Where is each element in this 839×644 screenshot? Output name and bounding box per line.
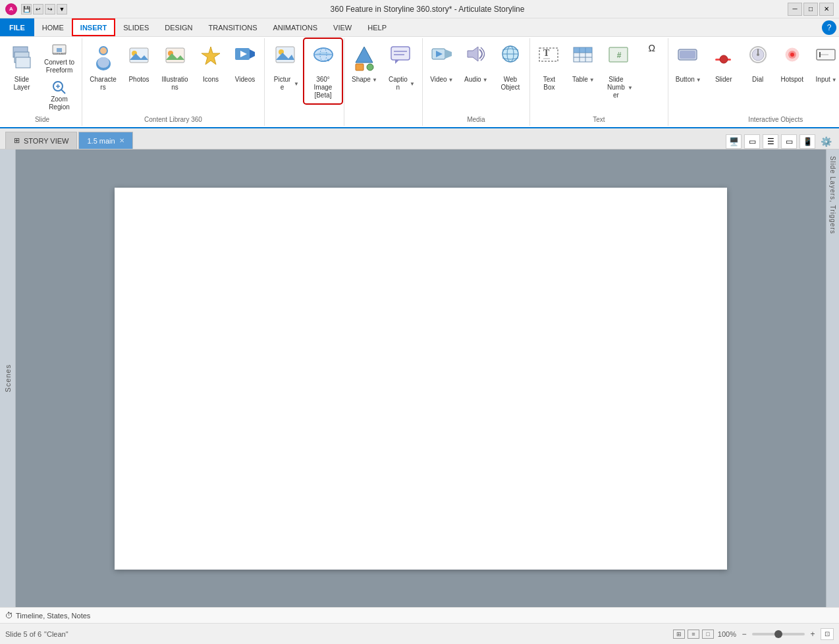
timeline-icon: ⏱ — [5, 611, 13, 620]
menu-transitions[interactable]: TRANSITIONS — [201, 18, 265, 36]
tab-story-view[interactable]: ⊞ STORY VIEW — [5, 132, 77, 149]
shapes-group-label — [347, 122, 420, 124]
slider-button[interactable]: Slider — [707, 40, 740, 87]
dial-button[interactable]: Dial — [742, 40, 774, 87]
svg-text:T: T — [543, 48, 550, 58]
illustrations-button[interactable]: Illustrations — [157, 40, 193, 95]
icons-button[interactable]: Icons — [194, 40, 227, 87]
slide-layer-label: SlideLayer — [13, 76, 30, 92]
video-icon — [430, 43, 454, 74]
story-icon[interactable]: □ — [702, 630, 714, 639]
audio-button[interactable]: Audio ▼ — [460, 40, 493, 87]
360-image-button[interactable]: 360° Image[Beta] — [305, 40, 341, 103]
tab-main[interactable]: 1.5 main ✕ — [78, 132, 132, 149]
svg-rect-30 — [391, 47, 410, 60]
menu-insert[interactable]: INSERT — [72, 18, 115, 36]
picture-button[interactable]: Picture ▼ — [267, 40, 304, 95]
menu-home[interactable]: HOME — [34, 18, 72, 36]
fit-screen-button[interactable]: ⊡ — [821, 628, 834, 640]
zoom-out-button[interactable]: − — [739, 629, 749, 639]
svg-line-6 — [61, 90, 65, 94]
photos-button[interactable]: Photos — [122, 40, 155, 87]
interactive-objects-label: Interactive Objects — [671, 115, 839, 124]
view-split-button[interactable]: ▭ — [781, 134, 797, 149]
web-object-button[interactable]: WebObject — [494, 40, 527, 95]
omega-button[interactable]: Ω — [639, 40, 665, 57]
status-clean: "Clean" — [44, 630, 68, 638]
slider-label: Slider — [715, 76, 732, 84]
menu-help[interactable]: HELP — [360, 18, 394, 36]
zoom-region-label: ZoomRegion — [49, 95, 70, 111]
photos-icon — [127, 43, 151, 74]
video-button[interactable]: Video ▼ — [425, 40, 458, 87]
zoom-region-icon — [51, 80, 67, 94]
slide-number-arrow: ▼ — [628, 85, 633, 91]
icons-icon — [199, 43, 223, 74]
caption-button[interactable]: Caption ▼ — [383, 40, 420, 95]
shape-label: Shape — [352, 76, 371, 84]
table-button[interactable]: Table ▼ — [567, 40, 600, 87]
hotspot-button[interactable]: Hotspot — [776, 40, 809, 87]
status-right: ⊞ ≡ □ 100% − + ⊡ — [673, 628, 834, 640]
zoom-slider[interactable] — [752, 633, 805, 635]
input-button[interactable]: Input ▼ — [810, 40, 839, 87]
text-group-label: Text — [533, 115, 665, 124]
minimize-button[interactable]: ─ — [788, 3, 802, 16]
text-box-button[interactable]: T TextBox — [533, 40, 566, 95]
view-slide-button[interactable]: ▭ — [744, 134, 760, 149]
menu-view[interactable]: VIEW — [325, 18, 360, 36]
help-icon[interactable]: ? — [822, 20, 836, 35]
characters-button[interactable]: Characters — [85, 40, 121, 95]
svg-rect-21 — [276, 47, 294, 63]
view-list-button[interactable]: ☰ — [763, 134, 778, 149]
ribbon-group-slide: SlideLayer convert Convert toFreeform — [3, 38, 82, 126]
svg-rect-28 — [356, 64, 364, 70]
menu-animations[interactable]: ANIMATIONS — [265, 18, 325, 36]
omega-icon: Ω — [645, 42, 659, 54]
text-box-icon: T — [537, 43, 561, 74]
menu-file[interactable]: FILE — [0, 18, 34, 36]
convert-freeform-button[interactable]: convert Convert toFreeform — [40, 41, 79, 76]
window-controls[interactable]: ─ □ ✕ — [788, 3, 834, 16]
videos-button[interactable]: Videos — [229, 40, 261, 87]
caption-arrow: ▼ — [410, 81, 415, 87]
ribbon-group-images: Picture ▼ 360° Image[Beta] — [265, 38, 344, 126]
grid-view-icon[interactable]: ⊞ — [673, 630, 685, 639]
timeline-bar[interactable]: ⏱ Timeline, States, Notes — [0, 607, 839, 623]
list-view-icon[interactable]: ≡ — [688, 630, 699, 639]
zoom-in-button[interactable]: + — [807, 629, 818, 639]
button-button[interactable]: Button ▼ — [671, 40, 706, 87]
web-object-icon — [499, 43, 522, 74]
characters-label: Characters — [90, 76, 117, 92]
main-area: Scenes Slide Layers, Triggers — [0, 149, 839, 607]
quick-access-dropdown[interactable]: ▼ — [57, 4, 67, 14]
slide-layer-button[interactable]: SlideLayer — [5, 40, 38, 95]
status-bar: Slide 5 of 6 "Clean" ⊞ ≡ □ 100% − + ⊡ — [0, 623, 839, 644]
redo-button[interactable]: ↪ — [45, 4, 55, 14]
maximize-button[interactable]: □ — [803, 3, 818, 16]
media-group-items: Video ▼ Audio ▼ — [425, 40, 527, 113]
zoom-thumb[interactable] — [774, 630, 782, 638]
menu-design[interactable]: DESIGN — [157, 18, 200, 36]
slide-area[interactable] — [16, 149, 826, 607]
shape-button[interactable]: Shape ▼ — [347, 40, 382, 87]
svg-text:convert: convert — [53, 51, 66, 55]
undo-button[interactable]: ↩ — [33, 4, 43, 14]
settings-button[interactable]: ⚙️ — [818, 134, 834, 149]
slide-number-button[interactable]: # SlideNumber ▼ — [601, 40, 637, 103]
360-image-icon — [311, 43, 335, 74]
save-button[interactable]: 💾 — [21, 4, 32, 14]
tab-close-button[interactable]: ✕ — [119, 137, 124, 144]
svg-point-29 — [367, 64, 373, 70]
menu-bar: FILE HOME INSERT SLIDES DESIGN TRANSITIO… — [0, 18, 839, 37]
view-mobile-button[interactable]: 📱 — [799, 134, 815, 149]
slide-info: Slide 5 of 6 — [5, 630, 41, 638]
menu-slides[interactable]: SLIDES — [115, 18, 157, 36]
zoom-region-button[interactable]: ZoomRegion — [40, 78, 79, 113]
ribbon-group-content-library: Characters Photos — [82, 38, 265, 126]
title-bar-controls[interactable]: 💾 ↩ ↪ ▼ — [21, 4, 67, 14]
view-normal-button[interactable]: 🖥️ — [726, 134, 742, 149]
svg-point-54 — [720, 55, 728, 63]
illustrations-label: Illustrations — [161, 76, 188, 92]
close-button[interactable]: ✕ — [819, 3, 834, 16]
